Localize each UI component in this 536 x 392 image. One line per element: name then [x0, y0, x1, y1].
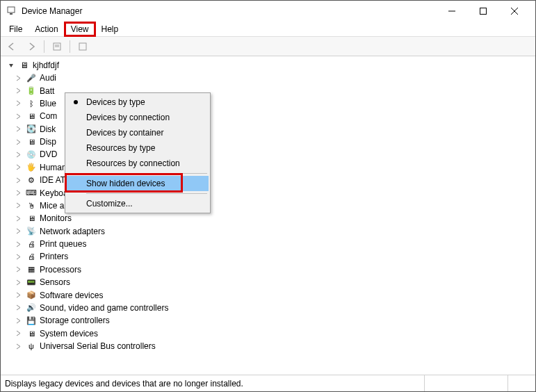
- keyboard-icon: ⌨: [26, 188, 37, 199]
- menu-item-label: Customize...: [86, 199, 133, 209]
- menu-separator: [86, 173, 207, 174]
- tree-node-label: Com: [40, 111, 57, 121]
- monitor-icon: 🖥: [26, 213, 37, 224]
- tree-node[interactable]: 🎤Audi: [8, 72, 533, 84]
- tree-node-label: Processors: [40, 265, 81, 275]
- menu-item-label: Show hidden devices: [86, 179, 165, 188]
- tree-node-label: Software devices: [40, 291, 103, 300]
- status-cell: [507, 375, 535, 391]
- menu-item-label: Resources by connection: [86, 158, 180, 168]
- menu-file[interactable]: File: [3, 23, 28, 35]
- display-icon: 🖥: [26, 136, 37, 147]
- app-icon: [6, 6, 17, 17]
- chevron-right-icon[interactable]: [15, 279, 22, 286]
- sound-icon: 🔊: [26, 302, 37, 313]
- chevron-right-icon[interactable]: [15, 215, 22, 222]
- chevron-right-icon[interactable]: [15, 164, 22, 171]
- tree-node[interactable]: 🖨Printers: [8, 250, 533, 263]
- tree-node-label: Audi: [40, 73, 56, 83]
- tree-node-label: Monitors: [40, 213, 72, 223]
- chevron-right-icon[interactable]: [15, 343, 22, 350]
- tree-node[interactable]: 📟Sensors: [8, 276, 533, 288]
- menu-help[interactable]: Help: [96, 23, 124, 35]
- tree-root-label: kjhdfdjf: [33, 60, 59, 70]
- tree-node[interactable]: 🖨Print queues: [8, 238, 533, 250]
- svg-rect-3: [480, 8, 486, 15]
- chevron-right-icon[interactable]: [15, 138, 22, 145]
- forward-button[interactable]: [23, 39, 40, 54]
- menu-item[interactable]: Devices by connection: [67, 110, 209, 125]
- chevron-right-icon[interactable]: [15, 151, 22, 158]
- tree-root-node[interactable]: 🖥 kjhdfdjf: [8, 59, 533, 72]
- menu-separator: [86, 193, 207, 194]
- menu-item[interactable]: Resources by connection: [67, 156, 209, 171]
- back-button[interactable]: [3, 39, 20, 54]
- bluetooth-icon: ᛒ: [26, 98, 37, 109]
- chevron-right-icon[interactable]: [15, 88, 22, 95]
- chevron-right-icon[interactable]: [15, 304, 22, 311]
- radio-dot-icon: [74, 100, 78, 104]
- computer-icon: 🖥: [19, 60, 30, 71]
- tree-node[interactable]: ▦Processors: [8, 263, 533, 276]
- window-controls: [436, 1, 530, 22]
- hid-icon: 🖐: [26, 162, 37, 173]
- tree-node[interactable]: 📦Software devices: [8, 288, 533, 301]
- status-cell: [424, 375, 507, 391]
- battery-icon: 🔋: [26, 85, 37, 97]
- tree-node-label: DVD: [40, 149, 57, 159]
- chevron-right-icon[interactable]: [15, 126, 22, 133]
- disk-icon: 💽: [26, 124, 37, 135]
- tree-area: 🖥 kjhdfdjf 🎤Audi🔋BattᛒBlue🖥Com💽Disk🖥Disp…: [1, 56, 535, 375]
- tree-node[interactable]: 📡Network adapters: [8, 225, 533, 238]
- chevron-right-icon[interactable]: [15, 253, 22, 260]
- chevron-right-icon[interactable]: [15, 177, 22, 183]
- tree-node[interactable]: 🔊Sound, video and game controllers: [8, 302, 533, 314]
- tree-node-label: Sensors: [40, 277, 70, 287]
- chevron-right-icon[interactable]: [15, 228, 22, 235]
- menu-item-label: Resources by type: [86, 143, 155, 153]
- menu-item[interactable]: Show hidden devices: [67, 176, 209, 191]
- chevron-right-icon[interactable]: [15, 190, 22, 197]
- tree-node-label: Printers: [40, 252, 68, 261]
- tree-node[interactable]: 🖥Monitors: [8, 212, 533, 224]
- cpu-icon: ▦: [26, 264, 37, 275]
- tree-node[interactable]: ψUniversal Serial Bus controllers: [8, 340, 533, 352]
- menu-item[interactable]: Devices by container: [67, 125, 209, 140]
- tree-node[interactable]: 💾Storage controllers: [8, 314, 533, 327]
- tree-node-label: Blue: [40, 99, 56, 108]
- chevron-right-icon[interactable]: [15, 240, 22, 247]
- printer-icon: 🖨: [26, 238, 37, 250]
- chevron-right-icon[interactable]: [15, 113, 22, 120]
- menu-item[interactable]: Devices by type: [67, 95, 209, 110]
- chevron-right-icon[interactable]: [15, 74, 22, 81]
- dvd-icon: 💿: [26, 149, 37, 160]
- chevron-down-icon[interactable]: [8, 62, 15, 69]
- tree-node-label: Storage controllers: [40, 316, 110, 325]
- title-bar: Device Manager: [1, 1, 535, 22]
- help-button[interactable]: [74, 39, 91, 54]
- toolbar-separator: [44, 40, 44, 53]
- chevron-right-icon[interactable]: [15, 292, 22, 299]
- maximize-button[interactable]: [467, 1, 498, 22]
- mouse-icon: 🖱: [26, 200, 37, 211]
- status-text: Displays legacy devices and devices that…: [1, 379, 424, 389]
- status-bar: Displays legacy devices and devices that…: [1, 375, 535, 391]
- chevron-right-icon[interactable]: [15, 100, 22, 107]
- tree-node-label: Batt: [40, 86, 54, 96]
- chevron-right-icon[interactable]: [15, 202, 22, 209]
- usb-icon: ψ: [26, 341, 37, 352]
- audio-icon: 🎤: [26, 72, 37, 83]
- chevron-right-icon[interactable]: [15, 317, 22, 324]
- chevron-right-icon[interactable]: [15, 266, 22, 273]
- menu-view[interactable]: View: [65, 23, 95, 35]
- minimize-button[interactable]: [436, 1, 467, 22]
- menu-item-label: Devices by container: [86, 128, 163, 138]
- properties-button[interactable]: [49, 39, 65, 54]
- close-button[interactable]: [498, 1, 530, 22]
- chevron-right-icon[interactable]: [15, 330, 22, 337]
- menu-item[interactable]: Resources by type: [67, 140, 209, 156]
- tree-node-label: Sound, video and game controllers: [40, 303, 168, 313]
- menu-item[interactable]: Customize...: [67, 196, 209, 211]
- tree-node[interactable]: 🖥System devices: [8, 327, 533, 340]
- menu-action[interactable]: Action: [29, 23, 63, 35]
